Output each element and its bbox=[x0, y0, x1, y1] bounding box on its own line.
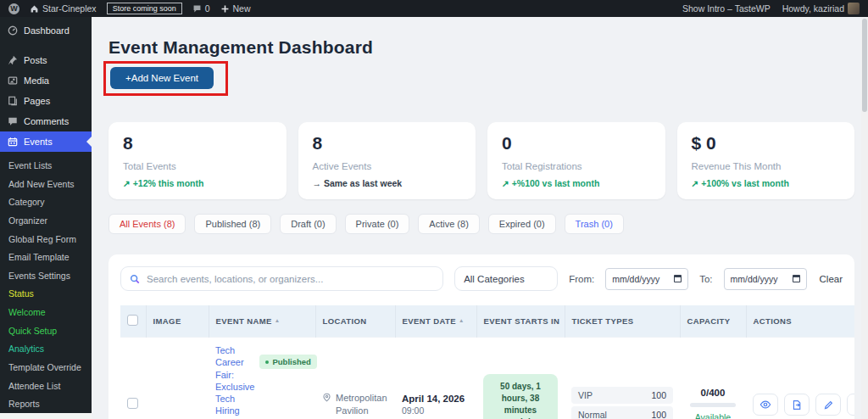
calendar-picker-icon bbox=[793, 275, 800, 282]
submenu-bulk-attendee-date-edit[interactable]: Bulk Attendee Date Edit bbox=[0, 414, 85, 419]
sidebar-label: Comments bbox=[24, 116, 69, 126]
sidebar-label: Media bbox=[24, 75, 49, 86]
analytics-button[interactable] bbox=[847, 394, 854, 416]
wp-admin-bar: W Star-Cineplex Store coming soon 0 New … bbox=[0, 0, 868, 17]
filter-active[interactable]: Active (8) bbox=[418, 214, 479, 234]
events-submenu: Event Lists Add New Events Category Orga… bbox=[0, 152, 92, 419]
stat-label: Active Events bbox=[313, 161, 462, 171]
plus-icon bbox=[220, 4, 230, 14]
select-all-checkbox[interactable] bbox=[127, 315, 138, 326]
edit-button[interactable] bbox=[815, 394, 841, 416]
sidebar-item-media[interactable]: Media bbox=[0, 70, 92, 91]
stat-label: Total Registrations bbox=[502, 161, 651, 171]
comments-shortcut[interactable]: 0 bbox=[192, 3, 210, 14]
event-time: 09:00 bbox=[402, 405, 470, 416]
location-pin-icon bbox=[322, 393, 331, 402]
header-event-name[interactable]: EVENT NAME▲ bbox=[209, 305, 315, 338]
main-content: Event Management Dashboard +Add New Even… bbox=[92, 17, 861, 419]
to-date-input[interactable]: mm/dd/yyyy bbox=[724, 268, 807, 290]
event-name-link[interactable]: Tech Career Fair: Exclusive Tech Hiring … bbox=[215, 344, 254, 419]
submenu-reports[interactable]: Reports bbox=[0, 395, 92, 414]
stat-card-total-registrations: 0 Total Registrations ↗ +%100 vs last mo… bbox=[487, 122, 665, 199]
new-content-button[interactable]: New bbox=[220, 3, 251, 14]
user-avatar bbox=[848, 3, 860, 14]
view-button[interactable] bbox=[753, 394, 778, 416]
filter-trash[interactable]: Trash (0) bbox=[565, 214, 624, 234]
search-icon bbox=[130, 274, 140, 284]
sidebar-item-events[interactable]: Events bbox=[0, 131, 92, 152]
event-thumbnail[interactable] bbox=[153, 385, 192, 419]
comment-count: 0 bbox=[205, 3, 210, 14]
filter-all-events[interactable]: All Events (8) bbox=[108, 214, 186, 234]
eye-icon bbox=[760, 399, 771, 411]
submenu-analytics[interactable]: Analytics bbox=[0, 340, 92, 359]
filter-draft[interactable]: Draft (0) bbox=[280, 214, 336, 234]
new-label: New bbox=[233, 3, 251, 14]
submenu-status[interactable]: Status bbox=[0, 285, 92, 304]
filter-expired[interactable]: Expired (0) bbox=[488, 214, 556, 234]
search-input[interactable] bbox=[147, 274, 434, 284]
sort-asc-icon: ▲ bbox=[459, 317, 465, 323]
sidebar-item-posts[interactable]: Posts bbox=[0, 50, 92, 70]
submenu-add-new-events[interactable]: Add New Events bbox=[0, 176, 92, 194]
submenu-quick-setup[interactable]: Quick Setup bbox=[0, 322, 92, 341]
stat-trend: → Same as last week bbox=[313, 178, 462, 188]
capacity-progress-bar bbox=[690, 403, 736, 407]
howdy-label: Howdy, kaziriad bbox=[782, 3, 844, 14]
submenu-events-settings[interactable]: Events Settings bbox=[0, 267, 92, 286]
sort-asc-icon: ▲ bbox=[275, 317, 281, 323]
site-name-link[interactable]: Star-Cineplex bbox=[30, 3, 97, 14]
status-dot-icon bbox=[265, 360, 269, 364]
page-scrollbar[interactable] bbox=[861, 17, 868, 419]
from-date-input[interactable]: mm/dd/yyyy bbox=[605, 268, 688, 290]
sidebar-item-comments[interactable]: Comments bbox=[0, 111, 92, 131]
capacity-count: 0/400 bbox=[687, 388, 739, 398]
add-new-event-button[interactable]: +Add New Event bbox=[110, 67, 214, 89]
comment-bubble-icon bbox=[192, 4, 202, 14]
stat-value: 8 bbox=[313, 133, 462, 154]
sidebar-label: Pages bbox=[24, 96, 50, 106]
header-event-date[interactable]: EVENT DATE▲ bbox=[395, 305, 476, 338]
filter-published[interactable]: Published (8) bbox=[194, 214, 271, 234]
sidebar-label: Posts bbox=[24, 55, 47, 65]
account-menu[interactable]: Howdy, kaziriad bbox=[782, 3, 860, 14]
header-label: EVENT NAME bbox=[216, 316, 272, 326]
submenu-template-override[interactable]: Template Override bbox=[0, 359, 92, 377]
export-button[interactable] bbox=[784, 394, 810, 416]
event-date: April 14, 2026 bbox=[402, 394, 470, 404]
store-coming-soon-badge[interactable]: Store coming soon bbox=[107, 3, 182, 14]
wp-logo[interactable]: W bbox=[8, 3, 19, 14]
sidebar-item-pages[interactable]: Pages bbox=[0, 91, 92, 111]
status-label: Published bbox=[272, 357, 310, 366]
scrollbar-thumb[interactable] bbox=[862, 19, 867, 112]
pushpin-icon bbox=[7, 55, 18, 65]
filter-private[interactable]: Private (0) bbox=[345, 214, 410, 234]
header-capacity: CAPACITY bbox=[680, 305, 746, 338]
header-image: IMAGE bbox=[146, 305, 209, 338]
header-ticket-types: TICKET TYPES bbox=[565, 305, 680, 338]
to-date-value: mm/dd/yyyy bbox=[731, 274, 778, 284]
submenu-organizer[interactable]: Organizer bbox=[0, 212, 92, 231]
stat-card-active-events: 8 Active Events → Same as last week bbox=[298, 122, 476, 199]
ticket-type-name: Normal bbox=[578, 410, 607, 419]
clear-filters-button[interactable]: Clear bbox=[820, 274, 843, 284]
to-label: To: bbox=[699, 274, 712, 284]
submenu-event-lists[interactable]: Event Lists bbox=[0, 157, 92, 176]
submenu-welcome[interactable]: Welcome bbox=[0, 304, 92, 322]
category-filter-select[interactable]: All Categories bbox=[454, 266, 558, 291]
submenu-email-template[interactable]: Email Template bbox=[0, 249, 92, 267]
events-table: IMAGE EVENT NAME▲ LOCATION EVENT DATE▲ E… bbox=[120, 305, 854, 419]
ticket-type-qty: 100 bbox=[651, 390, 666, 400]
stat-trend: ↗ +%100 vs last month bbox=[502, 178, 651, 188]
header-label: EVENT DATE bbox=[403, 316, 456, 326]
row-checkbox[interactable] bbox=[127, 398, 138, 409]
comment-icon bbox=[7, 116, 18, 126]
sidebar-item-dashboard[interactable]: Dashboard bbox=[0, 17, 92, 43]
show-intro-link[interactable]: Show Intro – TasteWP bbox=[682, 3, 771, 14]
sidebar-label: Events bbox=[24, 137, 53, 147]
search-box bbox=[120, 266, 443, 291]
status-filter-row: All Events (8) Published (8) Draft (0) P… bbox=[108, 214, 854, 234]
submenu-global-reg-form[interactable]: Global Reg Form bbox=[0, 231, 92, 249]
submenu-category[interactable]: Category bbox=[0, 193, 92, 212]
submenu-attendee-list[interactable]: Attendee List bbox=[0, 377, 92, 396]
